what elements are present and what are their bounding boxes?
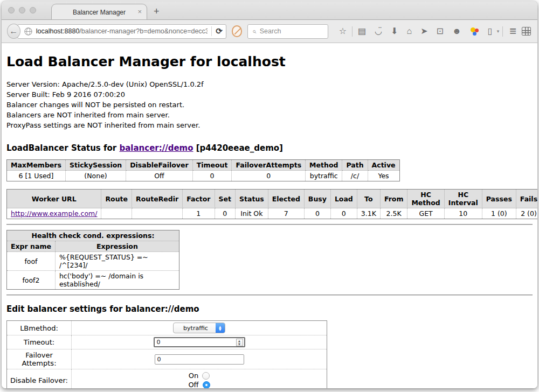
val-set: 0 [215, 208, 235, 219]
val-expr-name-2: foof2 [7, 271, 56, 290]
reload-icon[interactable]: ⟳ [216, 26, 223, 36]
col-factor: Factor [183, 190, 215, 208]
downloads-icon[interactable]: ⬇ [386, 27, 402, 36]
divider-2 [6, 295, 533, 296]
tab-close-icon[interactable]: × [137, 8, 142, 16]
new-tab-button[interactable]: + [154, 6, 160, 17]
edit-balancer-form: LBmethod: bytraffic ▲▼ Timeout: ▲▼ [6, 320, 327, 388]
tab-title: Balancer Manager [73, 9, 126, 16]
col-elected: Elected [268, 190, 304, 208]
navigation-toolbar: ← localhost:8880/balancer-manager?b=demo… [2, 20, 537, 43]
bookmark-star-icon[interactable]: ☆ [335, 27, 351, 36]
val-expr-name-1: foof [7, 252, 56, 271]
col-method: Method [306, 160, 342, 171]
search-icon: ⌕ [252, 27, 256, 36]
inherit-note-line: Balancers are NOT inherited from main se… [6, 110, 533, 120]
url-bar[interactable]: localhost:8880/balancer-manager?b=demo&n… [17, 24, 226, 39]
save-page-extension-icon[interactable]: ⊡ [432, 27, 448, 36]
toolbar-separator [352, 26, 353, 37]
search-bar[interactable]: ⌕ Search [247, 24, 328, 39]
val-hc-method: GET [407, 208, 444, 219]
col-routeredir: RouteRedir [132, 190, 183, 208]
val-load: 0 [330, 208, 357, 219]
server-built-line: Server Built: Feb 9 2016 07:00:20 [6, 89, 533, 100]
overflow-caret-icon[interactable]: ▾ [497, 29, 502, 34]
home-icon[interactable]: ⌂ [402, 27, 416, 36]
number-spinner-icon[interactable]: ▲▼ [236, 339, 243, 346]
browser-window: Balancer Manager × + ← localhost:8880/ba… [2, 1, 537, 388]
url-host: localhost:8880 [36, 27, 80, 35]
val-expression-1: %{REQUEST_STATUS} =~ /^[234]/ [55, 252, 179, 271]
content-blocker-icon[interactable] [232, 25, 243, 37]
timeout-input[interactable] [154, 337, 245, 347]
site-identity-globe-icon [24, 27, 32, 36]
search-placeholder: Search [260, 27, 281, 35]
worker-header-row: Worker URL Route RouteRedir Factor Set S… [7, 190, 538, 208]
val-timeout: 0 [192, 171, 232, 181]
radio-off-label: Off [188, 380, 198, 388]
worker-table: Worker URL Route RouteRedir Factor Set S… [6, 189, 537, 219]
balancer-status-table: MaxMembers StickySession DisableFailover… [6, 159, 400, 181]
window-controls[interactable] [8, 7, 36, 13]
zoom-window-button[interactable] [30, 7, 36, 13]
col-status: Status [236, 190, 268, 208]
col-path: Path [342, 160, 368, 171]
server-info: Server Version: Apache/2.5.0-dev (Unix) … [6, 79, 533, 130]
val-path: /c/ [342, 171, 368, 181]
clipboard-extension-icon[interactable]: ▯ [483, 27, 497, 36]
col-to: To [357, 190, 380, 208]
val-factor: 1 [183, 208, 215, 219]
health-header-row: Expr name Expression [7, 241, 179, 252]
pocket-icon[interactable]: ◡̈ [370, 27, 386, 36]
val-maxmembers: 6 [1 Used] [7, 171, 66, 181]
val-failoverattempts: 0 [232, 171, 306, 181]
health-check-table: Health check cond. expressions: Expr nam… [6, 230, 179, 290]
edit-settings-heading: Edit balancer settings for balancer://de… [6, 304, 533, 314]
emoji-extension-icon[interactable]: ☻ [448, 27, 466, 36]
balancer-status-header-row: MaxMembers StickySession DisableFailover… [7, 160, 400, 171]
colored-dots-extension-icon[interactable] [470, 27, 479, 36]
val-disablefailover: Off [126, 171, 192, 181]
lbmethod-select[interactable]: bytraffic ▲▼ [173, 323, 225, 333]
failover-attempts-label: Failover Attempts: [7, 349, 72, 369]
col-timeout: Timeout [192, 160, 232, 171]
val-routeredir [132, 208, 183, 219]
val-elected: 7 [268, 208, 304, 219]
tab-balancer-manager[interactable]: Balancer Manager × [51, 4, 147, 20]
send-tab-icon[interactable]: ➤ [416, 27, 432, 36]
timeout-row: Timeout: ▲▼ [7, 335, 327, 349]
val-busy: 0 [304, 208, 330, 219]
val-stickysession: (None) [65, 171, 126, 181]
disable-failover-label: Disable Failover: [7, 369, 72, 389]
col-set: Set [215, 190, 235, 208]
reading-list-icon[interactable]: ▤ [354, 27, 370, 36]
back-button[interactable]: ← [7, 24, 20, 39]
failover-attempts-input[interactable] [155, 354, 244, 365]
col-stickysession: StickySession [65, 160, 126, 171]
radio-off[interactable] [203, 381, 210, 389]
menu-icon[interactable]: ≡ [504, 26, 522, 37]
timeout-label: Timeout: [7, 335, 72, 349]
val-route [101, 208, 132, 219]
balancer-demo-link[interactable]: balancer://demo [119, 143, 193, 153]
health-title-row: Health check cond. expressions: [7, 230, 179, 241]
col-load: Load [330, 190, 357, 208]
radio-on[interactable] [202, 372, 210, 380]
col-expression: Expression [55, 241, 179, 252]
worker-url-link[interactable]: http://www.example.com/ [11, 209, 97, 218]
col-fails: Fails [516, 190, 537, 208]
col-from: From [380, 190, 407, 208]
proxypass-note-line: ProxyPass settings are NOT inherited fro… [6, 120, 533, 130]
page-title: Load Balancer Manager for localhost [6, 54, 533, 69]
health-row-foof2: foof2 hc('body') =~ /domain is establish… [7, 271, 179, 290]
tab-bar: Balancer Manager × + [2, 1, 537, 20]
health-row-foof: foof %{REQUEST_STATUS} =~ /^[234]/ [7, 252, 179, 271]
close-window-button[interactable] [8, 7, 15, 13]
tab-groups-icon[interactable] [522, 27, 531, 36]
url-text[interactable]: localhost:8880/balancer-manager?b=demo&n… [36, 27, 208, 35]
status-heading-suffix: [p4420eeae_demo] [194, 143, 283, 153]
col-worker-url: Worker URL [7, 190, 101, 208]
val-passes: 1 (0) [482, 208, 516, 219]
val-expression-2: hc('body') =~ /domain is established/ [55, 271, 179, 290]
minimize-window-button[interactable] [19, 7, 25, 13]
